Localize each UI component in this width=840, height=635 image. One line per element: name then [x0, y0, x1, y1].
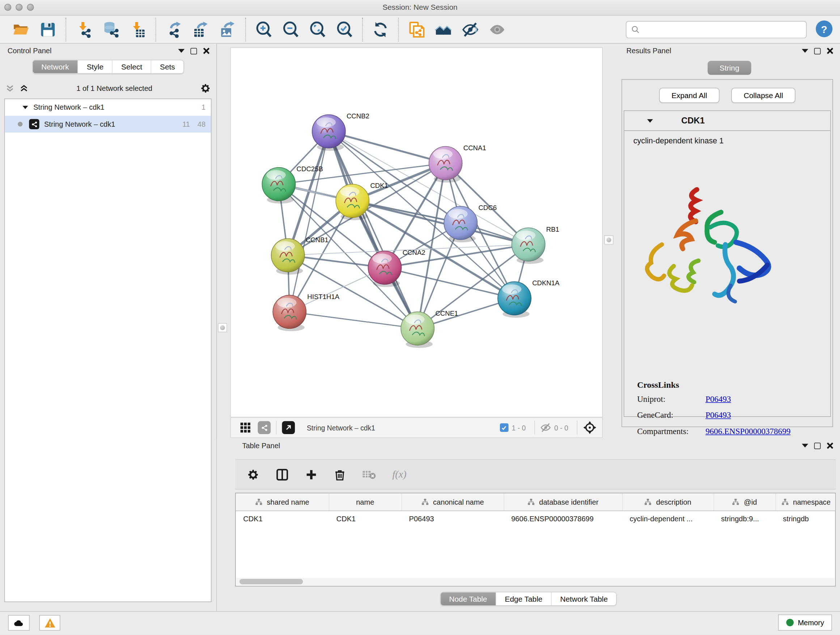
zoom-fit-button[interactable] [308, 19, 327, 39]
memory-button[interactable]: Memory [778, 614, 832, 631]
delete-column-button[interactable] [333, 468, 346, 480]
table-options-button[interactable] [247, 468, 259, 480]
node-label: CDKN1A [532, 279, 560, 287]
expand-all-icon[interactable] [19, 84, 28, 93]
network-graph[interactable]: CCNB2CCNA1CDC25BCDK1CDC6RB1CCNB1CCNA2CDK… [231, 48, 602, 417]
panel-float-icon[interactable] [191, 48, 197, 54]
network-collection-row[interactable]: String Network – cdk1 1 [5, 99, 211, 116]
network-view-icon[interactable] [258, 421, 271, 434]
open-session-button[interactable] [11, 19, 31, 39]
clone-network-button[interactable] [407, 19, 426, 39]
panel-menu-icon[interactable] [178, 49, 185, 52]
network-edge[interactable] [289, 131, 329, 312]
show-all-button[interactable] [488, 19, 507, 39]
hide-selected-button[interactable] [461, 19, 480, 39]
panel-float-icon[interactable] [814, 48, 821, 54]
network-edge[interactable] [352, 201, 528, 244]
detach-view-icon[interactable] [282, 421, 295, 434]
tab-edge-table[interactable]: Edge Table [496, 592, 551, 605]
help-button[interactable]: ? [816, 21, 832, 37]
selected-count: 1 - 0 [512, 424, 526, 432]
gene-section-header[interactable]: CDK1 [624, 111, 831, 131]
panel-close-icon[interactable] [827, 48, 834, 54]
control-panel: Control Panel Network Style Select Sets … [0, 43, 217, 611]
delete-table-button[interactable] [362, 467, 376, 481]
export-network-button[interactable] [164, 19, 184, 39]
panel-close-icon[interactable] [203, 48, 210, 54]
toolbar-divider [534, 421, 535, 435]
column-header-name[interactable]: name [329, 494, 401, 511]
panel-float-icon[interactable] [814, 442, 821, 449]
tab-string[interactable]: String [707, 61, 751, 75]
right-splitter-handle[interactable] [604, 235, 613, 244]
show-columns-button[interactable] [276, 468, 289, 481]
node-label: RB1 [546, 226, 559, 233]
zoom-in-button[interactable] [254, 19, 273, 39]
column-header-description[interactable]: description [622, 494, 714, 511]
tab-network-table[interactable]: Network Table [551, 592, 616, 605]
crosslink-label: GeneCard: [637, 410, 706, 420]
panel-menu-icon[interactable] [802, 444, 808, 448]
panel-menu-icon[interactable] [802, 49, 808, 52]
tab-sets[interactable]: Sets [151, 60, 184, 73]
crosslink-value-link[interactable]: P06493 [706, 410, 731, 420]
import-network-from-database-button[interactable] [101, 19, 121, 39]
collapse-all-icon[interactable] [5, 84, 14, 93]
node-label: CDC25B [297, 165, 323, 173]
expand-all-button[interactable]: Expand All [659, 88, 720, 103]
apply-layout-button[interactable] [371, 19, 390, 39]
add-column-button[interactable] [305, 468, 317, 480]
import-table-button[interactable] [128, 19, 148, 39]
network-edge[interactable] [385, 268, 515, 298]
search-input[interactable] [643, 25, 806, 34]
eye-icon [489, 21, 506, 38]
export-image-button[interactable] [218, 19, 237, 39]
collapse-all-button[interactable]: Collapse All [731, 88, 796, 103]
zoom-selected-button[interactable] [335, 19, 354, 39]
import-network-button[interactable] [74, 19, 94, 39]
table-row[interactable]: CDK1CDK1P064939606.ENSP00000378699cyclin… [236, 511, 836, 526]
node-highlight [340, 187, 360, 196]
left-splitter-handle[interactable] [218, 323, 227, 333]
network-edge[interactable] [329, 131, 417, 328]
selected-checkbox[interactable] [500, 423, 508, 432]
table-horizontal-scrollbar[interactable] [236, 578, 835, 585]
crosslink-value-link[interactable]: P06493 [706, 394, 731, 404]
panel-close-icon[interactable] [827, 442, 834, 449]
tab-select[interactable]: Select [112, 60, 151, 73]
column-header-canonical-name[interactable]: canonical name [401, 494, 504, 511]
export-table-button[interactable] [191, 19, 210, 39]
network-canvas[interactable]: CCNB2CCNA1CDC25BCDK1CDC6RB1CCNB1CCNA2CDK… [231, 48, 603, 417]
column-header--id[interactable]: @id [714, 494, 775, 511]
collection-expand-icon[interactable] [22, 106, 28, 109]
column-header-namespace[interactable]: namespace [775, 494, 836, 511]
scrollbar-thumb[interactable] [240, 579, 303, 584]
tab-node-table[interactable]: Node Table [441, 592, 496, 605]
section-collapse-icon[interactable] [647, 119, 653, 122]
column-label: shared name [267, 498, 309, 506]
memory-status-dot [786, 619, 794, 626]
warning-status-button[interactable] [39, 615, 60, 631]
hidden-eye-slash-icon[interactable] [540, 422, 551, 433]
save-session-button[interactable] [38, 19, 58, 39]
zoom-out-button[interactable] [281, 19, 300, 39]
network-row[interactable]: String Network – cdk1 11 48 [5, 116, 211, 133]
table-cell: stringdb:9... [714, 511, 775, 526]
apply-function-button[interactable]: f(x) [392, 469, 406, 480]
search-box [626, 21, 807, 38]
cloud-status-button[interactable] [8, 615, 30, 631]
column-header-shared-name[interactable]: shared name [236, 494, 329, 511]
network-edge[interactable] [289, 312, 417, 328]
birds-eye-navigator-icon[interactable] [583, 421, 597, 435]
first-neighbors-button[interactable] [434, 19, 453, 39]
crosslink-value-link[interactable]: 9606.ENSP00000378699 [706, 426, 790, 436]
column-header-database-identifier[interactable]: database identifier [504, 494, 622, 511]
table-cell: CDK1 [329, 511, 401, 526]
tab-network[interactable]: Network [33, 60, 77, 73]
tab-style[interactable]: Style [77, 60, 112, 73]
table-toolbar: f(x) [235, 459, 836, 489]
grid-view-icon[interactable] [240, 422, 251, 434]
column-tree-icon [732, 499, 740, 505]
toolbar-separator [156, 17, 156, 41]
gear-icon[interactable] [200, 83, 211, 94]
